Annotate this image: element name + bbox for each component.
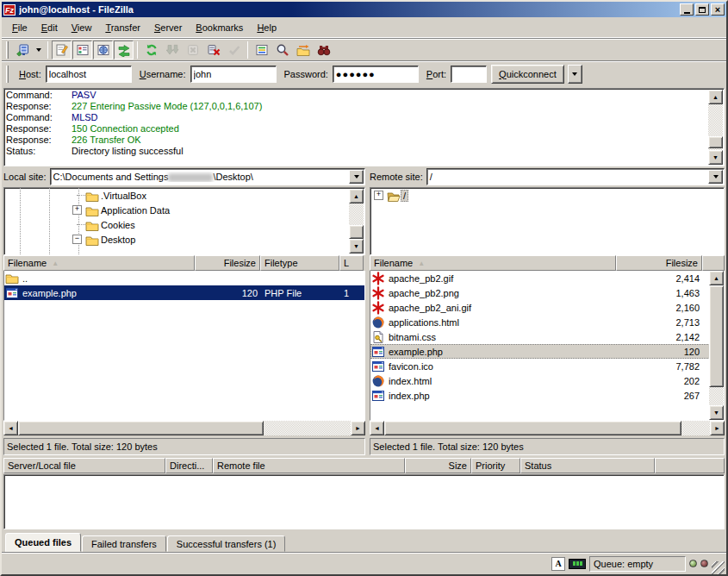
toggle-message-log-button[interactable] (52, 41, 72, 59)
menu-item-bookmarks[interactable]: Bookmarks (189, 20, 250, 35)
menu-item-edit[interactable]: Edit (34, 20, 65, 35)
scroll-up-icon[interactable]: ▲ (349, 189, 364, 203)
close-button[interactable]: × (711, 3, 725, 16)
remote-file-list: ▲ ▼ apache_pb2.gif2,414apache_pb2.png1,4… (370, 271, 725, 421)
site-manager-button-dropdown[interactable] (33, 41, 44, 59)
column-header-filename[interactable]: Filename▲ (370, 255, 616, 271)
file-row-favicon-ico[interactable]: favicon.ico7,782 (370, 359, 724, 373)
cancel-operation-button[interactable] (183, 41, 202, 59)
synchronized-browsing-button[interactable] (293, 41, 313, 59)
queue-column-remote-file[interactable]: Remote file (213, 458, 405, 473)
file-row--[interactable]: .. (4, 271, 364, 285)
window-title: john@localhost - FileZilla (19, 4, 680, 15)
queue-column-priority[interactable]: Priority (471, 458, 520, 473)
menu-item-transfer[interactable]: Transfer (98, 20, 147, 35)
queue-column-size[interactable]: Size (405, 458, 471, 473)
file-row-apache-pb2-ani-gif[interactable]: apache_pb2_ani.gif2,160 (370, 300, 724, 315)
file-row-apache-pb2-png[interactable]: apache_pb2.png1,463 (370, 285, 724, 300)
queue-column-directi-[interactable]: Directi... (165, 458, 213, 473)
local-hscrollbar[interactable]: ◄ ► (3, 421, 365, 435)
file-row-example-php[interactable]: example.php120PHP File1 (4, 285, 364, 300)
toggle-local-tree-button[interactable] (72, 41, 92, 59)
quickconnect-button[interactable]: Quickconnect (491, 65, 564, 84)
menu-item-file[interactable]: File (5, 20, 34, 35)
file-row-applications-html[interactable]: applications.html2,713 (370, 315, 724, 329)
directory-comparison-button[interactable] (272, 41, 292, 59)
password-input[interactable] (333, 66, 419, 83)
log-scrollbar[interactable]: ▲ ▼ (708, 90, 723, 165)
column-header-filesize[interactable]: Filesize (616, 255, 702, 271)
tab-queued-files[interactable]: Queued files (5, 533, 81, 552)
file-row-index-html[interactable]: index.html202 (370, 373, 724, 388)
find-files-button[interactable] (314, 41, 333, 59)
remote-hscrollbar[interactable]: ◄ ► (370, 421, 725, 435)
log-line: Command:PASV (6, 90, 724, 101)
collapse-icon[interactable]: − (72, 235, 82, 244)
scroll-down-icon[interactable]: ▼ (708, 150, 723, 165)
menu-item-help[interactable]: Help (250, 20, 283, 35)
scroll-up-icon[interactable]: ▲ (709, 271, 724, 285)
site-manager-button[interactable] (12, 41, 32, 59)
expand-icon[interactable]: + (374, 191, 383, 200)
message-log: Command:PASVResponse:227 Entering Passiv… (3, 88, 725, 166)
column-header-filename[interactable]: Filename▲ (3, 255, 195, 271)
file-row-example-php[interactable]: example.php120 (370, 344, 724, 359)
expand-icon[interactable]: + (72, 205, 82, 215)
toolbar (2, 38, 726, 60)
remote-site-dropdown[interactable] (708, 170, 723, 184)
filesize-cell: 1,463 (617, 288, 703, 298)
tree-item--[interactable]: +/ (370, 188, 724, 203)
sort-ascending-icon: ▲ (52, 260, 59, 267)
file-row-bitnami-css[interactable]: bitnami.css2,142 (370, 329, 724, 344)
toggle-remote-tree-button[interactable] (93, 41, 113, 59)
tab-successful-transfers-1-[interactable]: Successful transfers (1) (167, 535, 286, 552)
quickconnect-dropdown[interactable] (568, 65, 582, 84)
local-tree: .VirtualBox+Application DataCookies−Desk… (3, 187, 365, 255)
folder-closed-icon (85, 190, 99, 202)
host-input[interactable] (46, 66, 132, 83)
port-input[interactable] (451, 66, 487, 83)
tree-item-desktop[interactable]: −Desktop (4, 232, 364, 247)
menu-item-view[interactable]: View (65, 20, 99, 35)
binoculars-icon (317, 43, 331, 57)
refresh-button[interactable] (141, 41, 161, 59)
process-queue-button[interactable] (162, 41, 182, 59)
scroll-left-icon[interactable]: ◄ (370, 421, 384, 435)
scroll-down-icon[interactable]: ▼ (709, 405, 724, 420)
local-tree-scrollbar[interactable]: ▲ ▼ (349, 189, 364, 254)
tree-item-application-data[interactable]: +Application Data (4, 203, 364, 217)
scroll-down-icon[interactable]: ▼ (349, 239, 364, 254)
disconnect-button[interactable] (203, 41, 223, 59)
tree-item-cookies[interactable]: Cookies (4, 217, 364, 232)
minimize-button[interactable] (680, 3, 694, 16)
local-site-combobox[interactable]: C:\Documents and Settings\Desktop\ (50, 168, 365, 185)
tab-failed-transfers[interactable]: Failed transfers (82, 535, 166, 552)
local-site-dropdown[interactable] (349, 170, 364, 184)
quickconnect-bar: Host: Username: Password: Port: Quickcon… (2, 60, 726, 86)
scroll-right-icon[interactable]: ► (351, 421, 365, 435)
log-scroll-thumb[interactable] (708, 136, 723, 148)
queue-column-status[interactable]: Status (520, 458, 655, 473)
reconnect-button[interactable] (224, 41, 244, 59)
local-file-list: ..example.php120PHP File1 (3, 271, 365, 421)
remote-list-scrollbar[interactable]: ▲ ▼ (709, 271, 724, 420)
file-row-index-php[interactable]: index.php267 (370, 388, 724, 403)
resize-grip[interactable] (712, 561, 725, 574)
menu-item-server[interactable]: Server (147, 20, 189, 35)
scroll-left-icon[interactable]: ◄ (3, 421, 18, 435)
username-input[interactable] (190, 66, 277, 83)
file-row-apache-pb2-gif[interactable]: apache_pb2.gif2,414 (370, 271, 724, 285)
scroll-right-icon[interactable]: ► (710, 421, 725, 435)
column-header-filesize[interactable]: Filesize (195, 255, 260, 271)
toggle-transfer-queue-button[interactable] (114, 41, 134, 59)
apache-icon (371, 286, 385, 299)
filter-button[interactable] (252, 41, 271, 59)
column-header-l[interactable]: L (339, 255, 364, 271)
maximize-button[interactable] (695, 3, 709, 16)
remote-site-combobox[interactable]: / (426, 168, 725, 185)
column-header-filler (702, 255, 725, 271)
tree-item--virtualbox[interactable]: .VirtualBox (4, 188, 364, 203)
scroll-up-icon[interactable]: ▲ (708, 90, 723, 104)
column-header-filetype[interactable]: Filetype (260, 255, 339, 271)
queue-column-server-local-file[interactable]: Server/Local file (3, 458, 165, 473)
